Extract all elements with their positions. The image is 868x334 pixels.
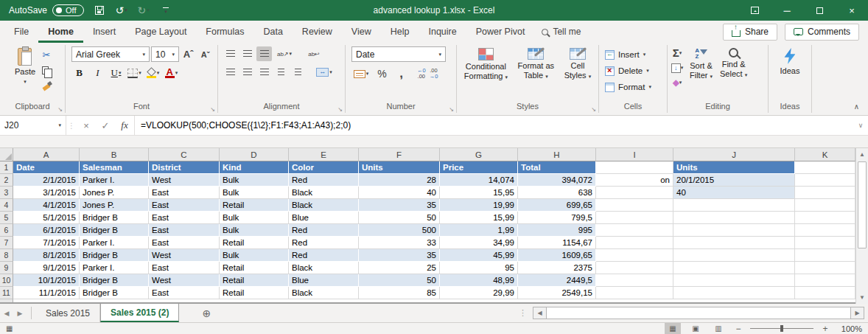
accounting-format-button[interactable]: ▾ — [351, 66, 371, 81]
cell-C5[interactable]: East — [149, 212, 220, 224]
cell-D7[interactable]: Retail — [220, 237, 289, 249]
cell-G9[interactable]: 95 — [440, 262, 518, 274]
bold-button[interactable]: B — [71, 66, 87, 80]
align-left-button[interactable] — [223, 65, 238, 80]
comma-style-button[interactable]: , — [393, 66, 409, 81]
ideas-button[interactable]: Ideas — [777, 46, 803, 77]
share-button[interactable]: Share — [723, 24, 777, 41]
cell-E11[interactable]: Black — [289, 287, 359, 299]
increase-font-size-button[interactable]: Aˆ — [181, 47, 196, 62]
horizontal-scrollbar-thumb[interactable] — [546, 307, 851, 319]
clear-button[interactable]: ◆▾ — [671, 76, 684, 89]
cell-E3[interactable]: Black — [289, 187, 359, 199]
top-align-button[interactable] — [223, 46, 238, 61]
cell-J7[interactable] — [673, 237, 795, 249]
cell-C1[interactable]: District — [149, 161, 220, 174]
insert-function-button[interactable]: fx — [115, 116, 134, 135]
align-right-button[interactable] — [256, 65, 272, 80]
cell-J3[interactable]: 40 — [673, 187, 795, 199]
increase-indent-button[interactable] — [290, 65, 306, 80]
add-sheet-button[interactable]: ⊕ — [197, 304, 216, 322]
cell-F11[interactable]: 85 — [359, 287, 440, 299]
cell-D9[interactable]: Retail — [220, 262, 289, 274]
cell-C3[interactable]: East — [149, 187, 220, 199]
ribbon-display-options-button[interactable] — [738, 0, 771, 21]
cell-B8[interactable]: Bridger B — [80, 249, 149, 262]
cell-K5[interactable] — [795, 212, 855, 224]
decrease-indent-button[interactable] — [273, 65, 289, 80]
macro-record-button[interactable]: ▦ — [6, 324, 13, 333]
cell-A2[interactable]: 2/1/2015 — [13, 174, 80, 187]
cell-J1[interactable]: Units — [673, 161, 795, 174]
cell-G10[interactable]: 48,99 — [440, 274, 518, 287]
cell-D6[interactable]: Bulk — [220, 224, 289, 237]
close-button[interactable]: × — [836, 0, 868, 21]
number-dialog-launcher[interactable]: ↘ — [449, 106, 454, 113]
row-header-8[interactable]: 8 — [0, 249, 13, 262]
autosave-toggle[interactable]: Off — [52, 4, 83, 16]
formula-bar-handle[interactable]: ⋮ — [66, 116, 77, 135]
cell-F1[interactable]: Units — [359, 161, 440, 174]
cell-E8[interactable]: Red — [289, 249, 359, 262]
cell-H9[interactable]: 2375 — [518, 262, 596, 274]
row-header-11[interactable]: 11 — [0, 287, 13, 299]
cell-K10[interactable] — [795, 274, 855, 287]
font-color-button[interactable]: A▾ — [164, 66, 179, 80]
cell-H7[interactable]: 1154,67 — [518, 237, 596, 249]
formula-cancel-button[interactable]: × — [77, 116, 96, 135]
minimize-button[interactable]: ─ — [771, 0, 803, 21]
scroll-left-button[interactable]: ◀ — [533, 307, 546, 319]
cell-H3[interactable]: 638 — [518, 187, 596, 199]
cut-button[interactable]: ✂ — [40, 48, 53, 61]
cell-A5[interactable]: 5/1/2015 — [13, 212, 80, 224]
delete-cells-button[interactable]: Delete ▾ — [605, 63, 649, 79]
zoom-slider[interactable] — [750, 328, 813, 329]
cell-D10[interactable]: Retail — [220, 274, 289, 287]
view-normal-button[interactable]: ▦ — [665, 323, 681, 334]
underline-button[interactable]: U▾ — [108, 66, 124, 80]
wrap-text-button[interactable]: ab↩ — [304, 46, 323, 61]
cell-E2[interactable]: Red — [289, 174, 359, 187]
row-header-3[interactable]: 3 — [0, 187, 13, 199]
cell-A10[interactable]: 10/1/2015 — [13, 274, 80, 287]
cell-G1[interactable]: Price — [440, 161, 518, 174]
cell-E10[interactable]: Blue — [289, 274, 359, 287]
collapse-ribbon-button[interactable]: ∧ — [854, 102, 859, 111]
cell-G2[interactable]: 14,074 — [440, 174, 518, 187]
cell-K6[interactable] — [795, 224, 855, 237]
cell-I8[interactable] — [596, 249, 673, 262]
format-cells-button[interactable]: Format ▾ — [605, 79, 651, 95]
sheet-tab-sales-2015[interactable]: Sales 2015 — [36, 304, 100, 322]
horizontal-scrollbar[interactable]: ⋮ ◀ ▶ — [519, 307, 864, 319]
cell-K7[interactable] — [795, 237, 855, 249]
tab-help[interactable]: Help — [381, 21, 419, 43]
row-header-1[interactable]: 1 — [0, 161, 13, 174]
formula-input[interactable]: =VLOOKUP(500;CHOOSE({1\2};F1:F43;A1:A43)… — [134, 116, 853, 135]
column-header-I[interactable]: I — [596, 148, 673, 161]
cell-H1[interactable]: Total — [518, 161, 596, 174]
cell-D3[interactable]: Bulk — [220, 187, 289, 199]
sort-filter-button[interactable]: AZ Sort & Filter ▾ — [687, 46, 715, 83]
italic-button[interactable]: I — [90, 66, 105, 80]
cell-J9[interactable] — [673, 262, 795, 274]
cell-C9[interactable]: East — [149, 262, 220, 274]
fill-color-button[interactable]: ▾ — [145, 66, 161, 80]
cell-K9[interactable] — [795, 262, 855, 274]
cell-K8[interactable] — [795, 249, 855, 262]
row-header-5[interactable]: 5 — [0, 212, 13, 224]
row-header-10[interactable]: 10 — [0, 274, 13, 287]
select-all-corner[interactable] — [0, 148, 13, 161]
font-dialog-launcher[interactable]: ↘ — [210, 106, 215, 113]
cell-F8[interactable]: 35 — [359, 249, 440, 262]
tab-view[interactable]: View — [342, 21, 381, 43]
cell-K4[interactable] — [795, 199, 855, 212]
cell-E5[interactable]: Blue — [289, 212, 359, 224]
cell-H6[interactable]: 995 — [518, 224, 596, 237]
merge-center-button[interactable]: ▾ — [313, 65, 335, 80]
row-header-2[interactable]: 2 — [0, 174, 13, 187]
cell-B6[interactable]: Bridger B — [80, 224, 149, 237]
decrease-decimal-button[interactable]: .00→0 — [430, 68, 438, 80]
tab-page-layout[interactable]: Page Layout — [125, 21, 196, 43]
tab-splitter-handle[interactable]: ⋮ — [519, 308, 527, 318]
cell-C10[interactable]: West — [149, 274, 220, 287]
